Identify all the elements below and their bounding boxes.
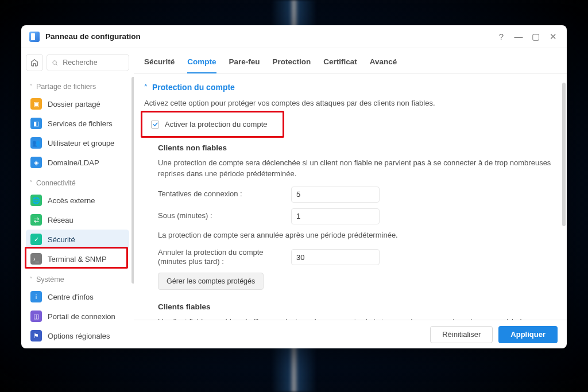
checkbox-checked-icon <box>151 121 159 129</box>
trusted-title: Clients fiables <box>158 302 556 311</box>
untrusted-attempts-input[interactable] <box>291 187 380 203</box>
user-group-icon: 👥 <box>30 137 42 149</box>
sidebar-item-label: Terminal & SNMP <box>48 255 107 263</box>
untrusted-cancel-input[interactable] <box>291 249 380 265</box>
sidebar-item-label: Centre d'infos <box>48 293 94 301</box>
untrusted-cancel-label: Annuler la protection du compte (minutes… <box>158 248 291 267</box>
sidebar-section-connectivity[interactable]: ˄ Connectivité <box>26 172 129 191</box>
regional-icon: ⚑ <box>30 330 42 341</box>
sidebar-item-user-group[interactable]: 👥 Utilisateur et groupe <box>26 133 129 153</box>
search-icon <box>52 59 58 67</box>
reset-button[interactable]: Réinitialiser <box>430 326 493 343</box>
sidebar-item-label: Accès externe <box>48 196 95 205</box>
untrusted-cancel-text: La protection de compte sera annulée apr… <box>158 230 556 241</box>
sidebar-item-shared-folder[interactable]: ▣ Dossier partagé <box>26 94 129 114</box>
sidebar: ˄ Partage de fichiers ▣ Dossier partagé … <box>21 48 134 348</box>
search-input[interactable] <box>61 58 124 67</box>
tab-advanced[interactable]: Avancé <box>370 57 397 73</box>
section-label: Connectivité <box>36 179 76 187</box>
search-box[interactable] <box>47 54 129 71</box>
login-portal-icon: ◫ <box>30 311 42 322</box>
sidebar-section-system[interactable]: ˄ Système <box>26 269 129 287</box>
globe-icon: 🌐 <box>30 195 42 206</box>
chevron-up-icon: ˄ <box>29 83 33 91</box>
sidebar-item-login-portal[interactable]: ◫ Portail de connexion <box>26 306 129 326</box>
apply-button[interactable]: Appliquer <box>498 326 558 343</box>
untrusted-text: Une protection de compte sera déclenchée… <box>158 158 556 180</box>
content-scrollbar[interactable] <box>562 83 566 312</box>
home-icon <box>30 59 38 67</box>
sidebar-item-label: Domaine/LDAP <box>48 158 99 167</box>
info-icon: i <box>30 291 42 302</box>
checkbox-label: Activer la protection du compte <box>165 120 267 129</box>
folder-icon: ▣ <box>30 98 42 110</box>
sidebar-item-regional-options[interactable]: ⚑ Options régionales <box>26 326 129 346</box>
config-window: Panneau de configuration ? — ▢ ✕ ˄ Parta… <box>21 25 567 348</box>
svg-point-0 <box>53 60 57 64</box>
sidebar-item-security[interactable]: ✓ Sécurité <box>26 230 129 249</box>
sidebar-item-file-services[interactable]: ◧ Services de fichiers <box>26 114 129 133</box>
sidebar-item-network[interactable]: ⇄ Réseau <box>26 210 129 230</box>
sidebar-item-label: Services de fichiers <box>48 119 113 128</box>
tab-certificate[interactable]: Certificat <box>323 57 357 73</box>
sidebar-item-domain-ldap[interactable]: ◈ Domaine/LDAP <box>26 153 129 172</box>
maximize-button[interactable]: ▢ <box>528 29 544 45</box>
sidebar-item-label: Réseau <box>48 216 74 224</box>
sidebar-section-file-sharing[interactable]: ˄ Partage de fichiers <box>26 76 129 94</box>
close-button[interactable]: ✕ <box>545 29 561 45</box>
untrusted-within-label: Sous (minutes) : <box>158 211 291 221</box>
shield-icon: ✓ <box>30 234 42 245</box>
network-icon: ⇄ <box>30 214 42 226</box>
sidebar-item-label: Portail de connexion <box>48 312 115 321</box>
untrusted-title: Clients non fiables <box>158 143 556 152</box>
manage-protected-accounts-button[interactable]: Gérer les comptes protégés <box>158 273 264 290</box>
settings-scroll[interactable]: ˄ Protection du compte Activez cette opt… <box>134 73 567 320</box>
section-trusted-clients: Clients fiables Un client fiable sera bl… <box>144 294 556 320</box>
sidebar-item-external-access[interactable]: 🌐 Accès externe <box>26 191 129 210</box>
home-button[interactable] <box>26 54 43 71</box>
window-title: Panneau de configuration <box>45 32 141 41</box>
section-label: Système <box>36 275 64 284</box>
content-scrollbar-thumb[interactable] <box>562 83 566 226</box>
terminal-icon: ›_ <box>30 253 42 265</box>
svg-line-1 <box>56 64 57 65</box>
chevron-up-icon: ˄ <box>29 276 33 284</box>
sidebar-item-label: Options régionales <box>48 332 110 340</box>
file-services-icon: ◧ <box>30 118 42 129</box>
chevron-up-icon: ˄ <box>144 84 148 91</box>
sidebar-item-label: Dossier partagé <box>48 100 100 108</box>
titlebar: Panneau de configuration ? — ▢ ✕ <box>21 25 567 48</box>
checkbox-enable-account-protection[interactable]: Activer la protection du compte <box>151 120 267 129</box>
untrusted-attempts-label: Tentatives de connexion : <box>158 189 291 199</box>
untrusted-within-input[interactable] <box>291 208 380 224</box>
tab-firewall[interactable]: Pare-feu <box>229 57 260 73</box>
tab-security[interactable]: Sécurité <box>144 57 175 73</box>
panel-description: Activez cette option pour protéger vos c… <box>144 99 556 107</box>
section-label: Partage de fichiers <box>36 83 96 91</box>
footer: Réinitialiser Appliquer <box>134 320 567 348</box>
app-icon <box>29 32 40 42</box>
tabs: Sécurité Compte Pare-feu Protection Cert… <box>134 48 567 73</box>
chevron-up-icon: ˄ <box>29 180 33 187</box>
tab-account[interactable]: Compte <box>187 57 216 73</box>
panel-header-label: Protection du compte <box>152 83 235 92</box>
domain-icon: ◈ <box>30 157 42 168</box>
sidebar-item-info-center[interactable]: i Centre d'infos <box>26 287 129 306</box>
main-content: Sécurité Compte Pare-feu Protection Cert… <box>134 48 567 348</box>
section-untrusted-clients: Clients non fiables Une protection de co… <box>144 135 556 290</box>
panel-toggle-account-protection[interactable]: ˄ Protection du compte <box>144 81 556 99</box>
help-button[interactable]: ? <box>493 29 509 45</box>
tab-protection[interactable]: Protection <box>273 57 311 73</box>
minimize-button[interactable]: — <box>510 29 527 45</box>
sidebar-item-terminal-snmp[interactable]: ›_ Terminal & SNMP <box>26 249 129 269</box>
sidebar-item-label: Sécurité <box>48 235 75 244</box>
sidebar-item-label: Utilisateur et groupe <box>48 139 114 148</box>
